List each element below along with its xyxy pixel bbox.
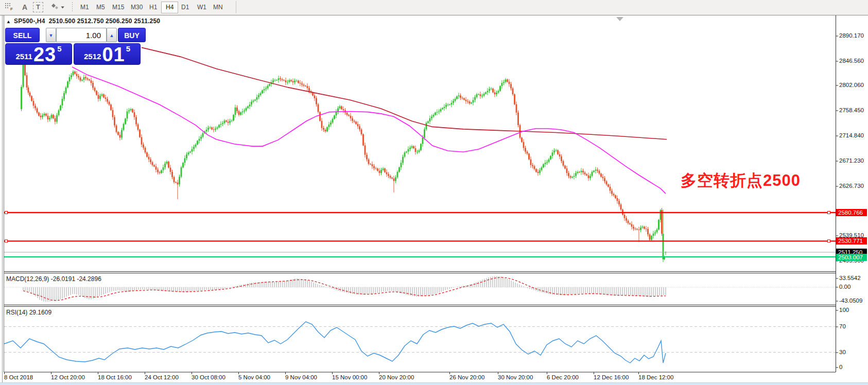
timeframe-button-h4[interactable]: H4 — [161, 2, 178, 13]
rsi-scale-label: 70 — [839, 323, 846, 329]
time-axis-label: 26 Nov 20:00 — [449, 374, 484, 380]
timeframe-button-m1[interactable]: M1 — [76, 2, 93, 13]
time-axis-label: 18 Dec 12:00 — [638, 374, 673, 380]
one-click-trade-panel: SELL ▼ ▲ BUY 2511 23 5 2512 01 5 — [5, 28, 141, 65]
rsi-scale-label: 0 — [839, 364, 842, 370]
price-tick-label: 2758.450 — [839, 107, 864, 113]
timeframe-button-m15[interactable]: M15 — [108, 2, 128, 13]
macd-scale-label: 0.00 — [839, 284, 850, 290]
rsi-value: 29.1609 — [29, 309, 51, 316]
price-tick-label: 2626.730 — [839, 183, 864, 189]
ohlc-readout: 2510.500 2512.750 2506.250 2511.250 — [49, 18, 161, 25]
time-axis-label: 24 Oct 12:00 — [145, 374, 179, 380]
toolbar-separator — [72, 2, 73, 12]
price-tick-label: 2890.170 — [839, 32, 864, 39]
buy-button[interactable]: BUY — [118, 28, 146, 42]
label-tool-icon[interactable]: T — [33, 2, 43, 12]
volume-input[interactable] — [56, 28, 107, 42]
support-level-badge: 2503.007 — [836, 254, 867, 261]
time-axis-label: 30 Nov 20:00 — [498, 374, 533, 380]
chart-shift-marker-icon[interactable] — [616, 17, 623, 21]
price-tick-label: 2846.560 — [839, 58, 864, 64]
macd-signal-value: -24.2896 — [77, 275, 101, 283]
macd-main-value: -26.0191 — [51, 275, 75, 283]
price-tick-label: 2671.230 — [839, 157, 864, 164]
timeframe-button-d1[interactable]: D1 — [177, 2, 193, 13]
timeframe-button-h1[interactable]: H1 — [145, 2, 161, 13]
svg-text:F: F — [10, 7, 13, 11]
rsi-scale-label: 30 — [839, 349, 846, 355]
text-tool-icon[interactable]: A — [19, 2, 31, 13]
sell-price-main: 23 — [33, 46, 56, 63]
chart-title: ▲SP500-,H4 2510.500 2512.750 2506.250 25… — [6, 18, 160, 25]
rsi-label: RSI(14) 29.1609 — [6, 309, 51, 316]
toolbar: F A T M1M5M15M30H1H4D1W1MN — [0, 0, 868, 15]
sell-price-handle: 2511 — [15, 52, 32, 61]
time-axis-label: 20 Nov 20:00 — [379, 374, 414, 380]
time-axis-label: 8 Oct 2018 — [4, 374, 33, 380]
resistance-level-badge: 2580.766 — [836, 209, 867, 216]
sell-price-pip: 5 — [57, 44, 61, 53]
timeframe-button-m30[interactable]: M30 — [127, 2, 147, 13]
time-axis-label: 12 Oct 20:00 — [51, 374, 85, 380]
volume-decrease-button[interactable]: ▼ — [46, 28, 56, 42]
buy-price-pip: 5 — [126, 44, 130, 53]
rsi-scale-label: 100 — [839, 307, 849, 313]
chart-annotation-text: 多空转折点2500 — [681, 170, 801, 191]
time-axis-label: 6 Dec 20:00 — [547, 374, 579, 380]
macd-scale-label: -43.0509 — [839, 297, 862, 304]
price-tick-label: 2714.840 — [839, 132, 864, 138]
status-strip — [0, 382, 868, 385]
macd-label: MACD(12,26,9) -26.0191 -24.2896 — [6, 275, 101, 283]
grid-snap-icon[interactable]: F — [3, 2, 15, 13]
trading-app: { "toolbar": { "icons": [ {"name": "grid… — [0, 0, 868, 385]
buy-price-display[interactable]: 2512 01 5 — [74, 43, 141, 65]
arrows-dropdown-icon[interactable] — [48, 2, 66, 13]
time-axis-label: 18 Oct 16:00 — [98, 374, 132, 380]
macd-scale-label: 33.5542 — [839, 275, 861, 281]
time-axis-label: 5 Nov 04:00 — [238, 374, 270, 380]
price-tick-label: 2802.060 — [839, 82, 864, 88]
sell-price-display[interactable]: 2511 23 5 — [5, 43, 72, 65]
time-axis-label: 15 Nov 00:00 — [332, 374, 367, 380]
time-axis-label: 12 Dec 16:00 — [594, 374, 629, 380]
sell-button[interactable]: SELL — [5, 28, 40, 42]
resistance-level-badge: 2530.771 — [836, 237, 867, 244]
time-axis-label: 30 Oct 08:00 — [192, 374, 225, 380]
timeframe-button-m5[interactable]: M5 — [92, 2, 109, 13]
timeframe-button-mn[interactable]: MN — [209, 2, 227, 13]
panel-collapse-icon[interactable]: ▲ — [6, 19, 11, 24]
timeframe-button-w1[interactable]: W1 — [193, 2, 211, 13]
toolbar-separator — [236, 1, 236, 13]
buy-price-main: 01 — [102, 46, 125, 63]
buy-price-handle: 2512 — [84, 52, 101, 61]
symbol-timeframe-label: SP500-,H4 — [14, 18, 45, 25]
time-axis-label: 9 Nov 04:00 — [285, 374, 317, 380]
volume-increase-button[interactable]: ▲ — [107, 28, 117, 42]
